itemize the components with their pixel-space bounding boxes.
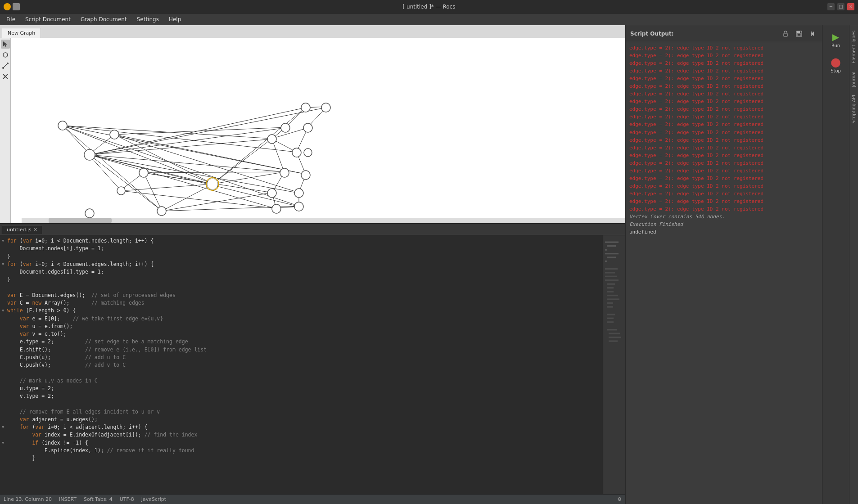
svg-point-71 <box>267 135 276 144</box>
select-tool-button[interactable] <box>1 40 10 49</box>
script-section: untitled.js ✕ ▼ for (var i=0; i < Docume… <box>0 223 625 504</box>
code-line: ▼ while (E.length > 0) { <box>0 307 625 315</box>
output-error-line: edge.type = 2): edge type ID 2 not regis… <box>629 59 818 67</box>
graph-tab[interactable]: New Graph <box>2 28 41 38</box>
code-line: var u = e.from(); <box>0 323 625 330</box>
add-edge-tool-button[interactable] <box>1 61 10 70</box>
script-status-bar: Line 13, Column 20 INSERT Soft Tabs: 4 U… <box>0 494 625 504</box>
code-line: } <box>0 253 625 261</box>
output-error-line: edge.type = 2): edge type ID 2 not regis… <box>629 113 818 121</box>
stop-icon: ⬤ <box>831 57 840 68</box>
svg-rect-105 <box>784 33 787 36</box>
svg-point-74 <box>280 168 289 177</box>
delete-tool-button[interactable] <box>1 72 10 81</box>
menu-item-menu-graph-document[interactable]: Graph Document <box>76 15 131 24</box>
graph-canvas[interactable] <box>11 38 625 223</box>
save-output-button[interactable] <box>794 29 804 39</box>
svg-rect-98 <box>607 314 615 315</box>
code-line: E.splice(index, 1); // remove it if real… <box>0 447 625 454</box>
edit-mode[interactable]: INSERT <box>59 496 77 502</box>
svg-rect-82 <box>607 245 616 247</box>
window-title: [ untitled ]* — Rocs <box>403 4 456 10</box>
output-error-line: edge.type = 2): edge type ID 2 not regis… <box>629 121 818 128</box>
graph-scrollbar-h[interactable] <box>22 218 625 223</box>
output-error-line: edge.type = 2): edge type ID 2 not regis… <box>629 75 818 82</box>
left-panel: New Graph <box>0 25 626 504</box>
svg-rect-87 <box>605 268 618 270</box>
scripting-api-tab[interactable]: Scripting API <box>850 91 857 127</box>
code-line: var E = Document.edges(); // set of unpr… <box>0 292 625 299</box>
code-line: var e = E[0]; // we take first edge e={u… <box>0 315 625 323</box>
svg-rect-85 <box>607 256 616 258</box>
close-button[interactable]: × <box>847 3 854 10</box>
svg-point-4 <box>7 63 9 64</box>
svg-rect-99 <box>607 318 614 319</box>
svg-point-3 <box>2 67 4 69</box>
script-tab[interactable]: untitled.js ✕ <box>2 225 42 234</box>
run-button[interactable]: ▶ Run <box>825 29 847 50</box>
code-line: Document.nodes[i].type = 1; <box>0 245 625 252</box>
journal-tab[interactable]: Journal <box>850 68 857 91</box>
output-title: Script Output: <box>630 31 777 37</box>
output-error-line: edge.type = 2): edge type ID 2 not regis… <box>629 205 818 213</box>
svg-rect-84 <box>605 253 619 254</box>
svg-point-78 <box>272 204 281 213</box>
cursor-position: Line 13, Column 20 <box>4 496 52 502</box>
stop-button[interactable]: ⬤ Stop <box>825 54 847 76</box>
language[interactable]: JavaScript <box>141 496 166 502</box>
svg-point-62 <box>117 187 125 195</box>
svg-rect-110 <box>811 32 812 36</box>
output-content[interactable]: edge.type = 2): edge type ID 2 not regis… <box>626 42 822 504</box>
graph-scrollbar-h-thumb[interactable] <box>49 218 112 223</box>
output-error-line: edge.type = 2): edge type ID 2 not regis… <box>629 44 818 52</box>
svg-rect-100 <box>607 321 614 323</box>
side-tabs: Element Types Journal Scripting API <box>849 25 858 504</box>
svg-point-72 <box>292 148 301 157</box>
svg-point-79 <box>294 202 303 211</box>
prev-output-button[interactable] <box>808 29 817 39</box>
menu-item-menu-help[interactable]: Help <box>164 15 185 24</box>
output-error-line: edge.type = 2): edge type ID 2 not regis… <box>629 82 818 90</box>
lock-button[interactable] <box>781 29 790 39</box>
app-logo <box>4 3 20 10</box>
graph-section: New Graph <box>0 25 625 223</box>
output-error-line: edge.type = 2): edge type ID 2 not regis… <box>629 152 818 159</box>
svg-rect-90 <box>605 279 619 281</box>
output-error-line: edge.type = 2): edge type ID 2 not regis… <box>629 52 818 59</box>
code-minimap <box>603 235 625 494</box>
window-controls: − □ × <box>827 3 854 10</box>
output-header: Script Output: <box>626 25 822 42</box>
minimize-button[interactable]: − <box>827 3 835 10</box>
svg-rect-96 <box>607 302 613 304</box>
tab-mode[interactable]: Soft Tabs: 4 <box>84 496 113 502</box>
svg-rect-93 <box>607 291 614 292</box>
menu-item-menu-script-document[interactable]: Script Document <box>21 15 75 24</box>
menu-item-menu-file[interactable]: File <box>2 15 20 24</box>
code-line <box>0 400 625 408</box>
svg-rect-91 <box>607 284 615 285</box>
code-line: ▼ for (var i=0; i < adjacent.length; i++… <box>0 423 625 431</box>
logo-icon2 <box>13 3 20 10</box>
encoding[interactable]: UTF-8 <box>120 496 134 502</box>
menu-item-menu-settings[interactable]: Settings <box>132 15 163 24</box>
code-line: C.push(u); // add u to C <box>0 354 625 361</box>
settings-icon[interactable]: ⚙ <box>617 496 622 502</box>
code-line: var index = E.indexOf(adjacent[i]); // f… <box>0 431 625 439</box>
output-error-line: edge.type = 2): edge type ID 2 not regis… <box>629 175 818 182</box>
element-types-tab[interactable]: Element Types <box>850 27 857 67</box>
run-icon: ▶ <box>832 32 839 42</box>
script-tab-close[interactable]: ✕ <box>33 227 37 233</box>
svg-point-65 <box>207 179 218 189</box>
fold-indicator[interactable]: ▼ <box>2 237 7 245</box>
svg-rect-81 <box>605 242 619 243</box>
code-line: // remove from E all edges incident to u… <box>0 408 625 416</box>
add-node-tool-button[interactable] <box>1 50 10 59</box>
svg-rect-80 <box>603 235 625 494</box>
svg-rect-103 <box>609 337 621 338</box>
code-line: ▼ if (index != -1) { <box>0 439 625 447</box>
run-controls: ▶ Run ⬤ Stop <box>822 25 849 504</box>
restore-button[interactable]: □ <box>837 3 844 10</box>
code-area[interactable]: ▼ for (var i=0; i < Document.nodes.lengt… <box>0 235 625 494</box>
run-label: Run <box>831 43 840 48</box>
svg-rect-104 <box>609 340 618 342</box>
